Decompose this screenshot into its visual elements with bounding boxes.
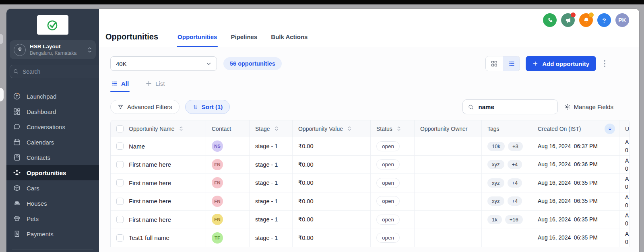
phone-button[interactable]	[543, 13, 557, 27]
tag-badge: xyz	[487, 196, 504, 206]
calendars-icon	[13, 138, 21, 146]
sort-button[interactable]: Sort (1)	[185, 100, 230, 114]
user-avatar[interactable]: PK	[615, 13, 629, 27]
updated-on-cell-truncated: A 0	[619, 211, 630, 229]
opportunity-owner-cell	[414, 211, 481, 229]
tab-opportunities[interactable]: Opportunities	[177, 33, 218, 47]
status-badge: open	[376, 215, 400, 225]
sort-descending-icon[interactable]	[605, 124, 615, 134]
sort-icon[interactable]	[275, 126, 279, 131]
row-checkbox[interactable]	[116, 216, 124, 223]
table-search-input[interactable]	[478, 103, 553, 111]
table-row[interactable]: Test1 full name TF stage - 1 ₹0.00 open …	[111, 229, 630, 248]
table-row[interactable]: First name here FN stage - 1 ₹0.00 open …	[111, 211, 630, 229]
divider	[137, 79, 137, 88]
page-title: Opportunities	[105, 32, 158, 47]
advanced-filters-button[interactable]: Advanced Filters	[110, 100, 180, 114]
sidebar-item-pets[interactable]: Pets	[6, 211, 99, 226]
sidebar-item-opportunities[interactable]: Opportunities	[6, 165, 99, 180]
sidebar-item-label: Houses	[27, 200, 47, 207]
sidebar-item-dashboard[interactable]: Dashboard	[6, 104, 99, 119]
sidebar-item-houses[interactable]: Houses	[6, 196, 99, 211]
column-header-label: Tags	[487, 126, 500, 132]
created-on-value: Aug 16, 2024 06:35 PM	[538, 180, 598, 186]
status-badge: open	[376, 178, 400, 188]
select-all-checkbox[interactable]	[116, 125, 124, 132]
location-switcher[interactable]: HSR Layout Bengaluru, Karnataka	[10, 40, 96, 59]
opportunities-icon	[13, 169, 21, 177]
app-window: HSR Layout Bengaluru, Karnataka ⌘ K Lau	[6, 9, 639, 252]
created-on-value: Aug 16, 2024 06:35 PM	[538, 217, 598, 223]
tag-badge: xyz	[487, 178, 504, 188]
contact-avatar[interactable]: NS	[212, 140, 223, 152]
sidebar-item-calendars[interactable]: Calendars	[6, 134, 99, 150]
sidebar-item-contacts[interactable]: Contacts	[6, 150, 99, 165]
contact-avatar[interactable]: FN	[212, 196, 223, 207]
announcements-button[interactable]	[561, 13, 575, 27]
table-row[interactable]: First name here FN stage - 1 ₹0.00 open …	[111, 156, 630, 174]
manage-fields-button[interactable]: Manage Fields	[564, 103, 613, 110]
pipeline-select[interactable]: 40K	[110, 56, 217, 71]
topbar-icon-row: ? PK	[543, 13, 629, 27]
pipeline-selected-value: 40K	[116, 60, 127, 67]
sort-icon[interactable]	[347, 126, 351, 131]
contact-avatar[interactable]: TF	[212, 232, 223, 244]
houses-icon	[13, 199, 21, 207]
manage-fields-label: Manage Fields	[574, 103, 613, 110]
sort-icon[interactable]	[397, 126, 401, 131]
updated-on-cell-truncated: A 0	[619, 137, 630, 155]
table-header-row: Opportunity Name Contact Stage Opportuni…	[111, 120, 630, 137]
location-name: HSR Layout	[30, 43, 84, 50]
main-area: ? PK Opportunities OpportunitiesPipeline…	[99, 9, 639, 252]
contact-avatar[interactable]: FN	[212, 159, 223, 170]
help-button[interactable]: ?	[597, 13, 611, 27]
more-options-button[interactable]	[601, 58, 608, 70]
opportunity-owner-cell	[414, 156, 481, 174]
sort-icon[interactable]	[179, 126, 183, 131]
tab-bulk-actions[interactable]: Bulk Actions	[270, 33, 308, 47]
add-list-button[interactable]: List	[144, 80, 165, 92]
sidebar-item-label: Opportunities	[27, 169, 66, 176]
tags-cell: xyz+4	[481, 192, 532, 211]
table-row[interactable]: Name NS stage - 1 ₹0.00 open 10k+3 Aug 1…	[111, 137, 630, 156]
board-view-button[interactable]	[486, 56, 503, 71]
topbar: ? PK Opportunities OpportunitiesPipeline…	[99, 9, 639, 47]
opportunity-owner-cell	[414, 137, 481, 155]
contact-avatar[interactable]: FN	[212, 214, 223, 225]
header-tabs: OpportunitiesPipelinesBulk Actions	[177, 33, 308, 47]
column-header-label: Opportunity Owner	[420, 126, 468, 132]
tag-badge: xyz	[487, 160, 504, 169]
contact-avatar[interactable]: FN	[212, 177, 223, 188]
phone-icon	[546, 17, 554, 24]
row-checkbox[interactable]	[116, 198, 124, 205]
search-icon	[468, 104, 474, 110]
opportunity-name: First name here	[129, 161, 171, 168]
stage-value: stage - 1	[255, 161, 278, 168]
sidebar-search-input[interactable]	[22, 68, 96, 75]
notifications-button[interactable]	[579, 13, 593, 27]
sidebar-item-cars[interactable]: Cars	[6, 180, 99, 196]
sidebar-item-label: Dashboard	[27, 108, 56, 115]
tab-pipelines[interactable]: Pipelines	[230, 33, 258, 47]
updated-on-cell-truncated: A 0	[619, 156, 630, 174]
dashboard-icon	[13, 107, 21, 116]
row-checkbox[interactable]	[116, 234, 124, 242]
sidebar-item-payments[interactable]: Payments	[6, 226, 99, 242]
add-opportunity-button[interactable]: Add opportunity	[526, 56, 596, 71]
table-row[interactable]: First name here FN stage - 1 ₹0.00 open …	[111, 174, 630, 192]
row-checkbox[interactable]	[116, 143, 124, 150]
table-row[interactable]: First name here FN stage - 1 ₹0.00 open …	[111, 192, 630, 211]
tags-cell: 10k+3	[481, 137, 532, 155]
tags-cell: 1k+16	[481, 211, 532, 229]
row-checkbox[interactable]	[116, 161, 124, 168]
sidebar-item-conversations[interactable]: Conversations	[6, 119, 99, 134]
column-header-stage: Stage	[249, 120, 292, 137]
payments-icon	[13, 230, 21, 238]
tab-all[interactable]: All	[110, 80, 130, 92]
list-view-button[interactable]	[503, 56, 520, 71]
system-menubar	[0, 0, 644, 4]
background-window-edge	[0, 34, 3, 44]
opportunities-table: Opportunity Name Contact Stage Opportuni…	[110, 120, 630, 247]
sidebar-item-launchpad[interactable]: Launchpad	[6, 89, 99, 104]
row-checkbox[interactable]	[116, 179, 124, 186]
